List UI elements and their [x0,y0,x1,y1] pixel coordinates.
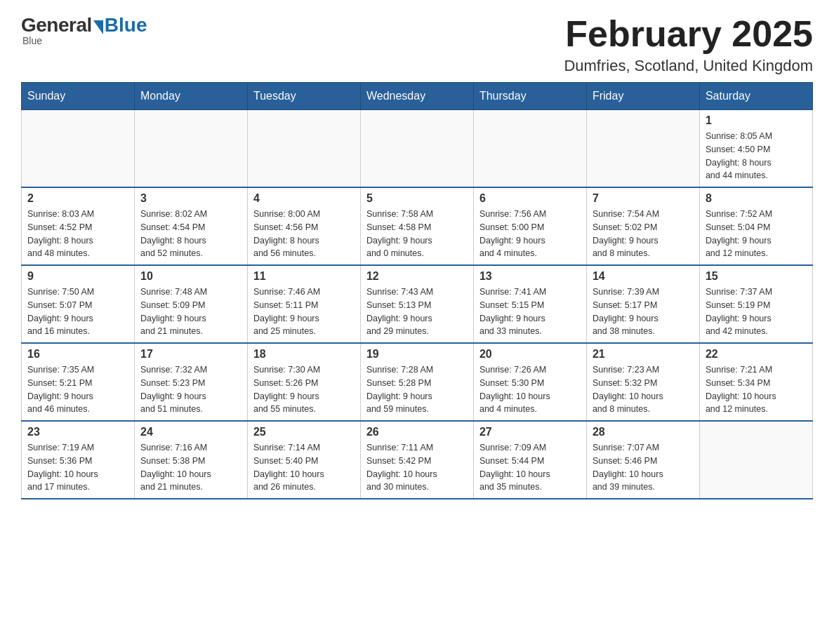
day-number: 3 [140,192,241,205]
calendar-cell: 18Sunrise: 7:30 AMSunset: 5:26 PMDayligh… [247,343,360,421]
day-number: 8 [706,192,807,205]
calendar-cell: 22Sunrise: 7:21 AMSunset: 5:34 PMDayligh… [699,343,812,421]
day-info: Sunrise: 7:19 AMSunset: 5:36 PMDaylight:… [27,441,128,494]
calendar-cell: 4Sunrise: 8:00 AMSunset: 4:56 PMDaylight… [247,187,360,265]
calendar-cell: 10Sunrise: 7:48 AMSunset: 5:09 PMDayligh… [134,265,247,343]
calendar-header: SundayMondayTuesdayWednesdayThursdayFrid… [22,83,813,110]
day-number: 11 [253,270,355,283]
calendar-cell [699,421,812,499]
day-info: Sunrise: 7:37 AMSunset: 5:19 PMDaylight:… [706,286,807,338]
weekday-header-monday: Monday [134,83,247,110]
weekday-header-sunday: Sunday [22,83,135,110]
weekday-header-friday: Friday [586,83,699,110]
day-number: 2 [27,192,128,205]
day-number: 26 [366,426,468,438]
weekday-header-row: SundayMondayTuesdayWednesdayThursdayFrid… [22,83,813,110]
calendar-cell: 21Sunrise: 7:23 AMSunset: 5:32 PMDayligh… [586,343,699,421]
day-number: 24 [140,426,241,438]
week-row-2: 2Sunrise: 8:03 AMSunset: 4:52 PMDaylight… [22,187,813,265]
day-info: Sunrise: 7:16 AMSunset: 5:38 PMDaylight:… [140,441,241,494]
day-number: 19 [366,348,468,361]
page-header: General Blue Blue February 2025 Dumfries… [21,14,813,75]
week-row-5: 23Sunrise: 7:19 AMSunset: 5:36 PMDayligh… [22,421,813,499]
calendar-body: 1Sunrise: 8:05 AMSunset: 4:50 PMDaylight… [22,110,813,499]
calendar-cell: 6Sunrise: 7:56 AMSunset: 5:00 PMDaylight… [473,187,586,265]
calendar-table: SundayMondayTuesdayWednesdayThursdayFrid… [21,82,813,499]
day-info: Sunrise: 7:30 AMSunset: 5:26 PMDaylight:… [253,363,355,416]
day-number: 7 [593,192,694,205]
calendar-cell: 28Sunrise: 7:07 AMSunset: 5:46 PMDayligh… [586,421,699,499]
calendar-cell [22,110,135,188]
calendar-cell: 3Sunrise: 8:02 AMSunset: 4:54 PMDaylight… [134,187,247,265]
day-info: Sunrise: 7:54 AMSunset: 5:02 PMDaylight:… [593,208,694,260]
calendar-cell: 25Sunrise: 7:14 AMSunset: 5:40 PMDayligh… [247,421,360,499]
weekday-header-wednesday: Wednesday [360,83,473,110]
day-info: Sunrise: 7:41 AMSunset: 5:15 PMDaylight:… [479,286,581,338]
calendar-cell: 24Sunrise: 7:16 AMSunset: 5:38 PMDayligh… [134,421,247,499]
logo-blue-text: Blue [105,14,147,36]
day-number: 22 [706,348,807,361]
calendar-cell: 16Sunrise: 7:35 AMSunset: 5:21 PMDayligh… [22,343,135,421]
calendar-cell [247,110,360,188]
calendar-cell: 7Sunrise: 7:54 AMSunset: 5:02 PMDaylight… [586,187,699,265]
day-number: 25 [253,426,355,438]
day-info: Sunrise: 7:26 AMSunset: 5:30 PMDaylight:… [479,363,581,416]
calendar-cell: 5Sunrise: 7:58 AMSunset: 4:58 PMDaylight… [360,187,473,265]
day-info: Sunrise: 7:56 AMSunset: 5:00 PMDaylight:… [479,208,581,260]
day-info: Sunrise: 7:48 AMSunset: 5:09 PMDaylight:… [140,286,241,338]
day-number: 21 [593,348,694,361]
page-subtitle: Dumfries, Scotland, United Kingdom [564,57,813,75]
day-info: Sunrise: 7:28 AMSunset: 5:28 PMDaylight:… [366,363,468,416]
day-info: Sunrise: 7:39 AMSunset: 5:17 PMDaylight:… [593,286,694,338]
calendar-cell: 26Sunrise: 7:11 AMSunset: 5:42 PMDayligh… [360,421,473,499]
day-number: 10 [140,270,241,283]
logo-general-text: General [21,14,92,36]
week-row-1: 1Sunrise: 8:05 AMSunset: 4:50 PMDaylight… [22,110,813,188]
calendar-cell: 19Sunrise: 7:28 AMSunset: 5:28 PMDayligh… [360,343,473,421]
day-info: Sunrise: 8:03 AMSunset: 4:52 PMDaylight:… [27,208,128,260]
day-info: Sunrise: 7:58 AMSunset: 4:58 PMDaylight:… [366,208,468,260]
day-number: 23 [27,426,128,438]
day-info: Sunrise: 8:02 AMSunset: 4:54 PMDaylight:… [140,208,241,260]
day-info: Sunrise: 7:46 AMSunset: 5:11 PMDaylight:… [253,286,355,338]
day-number: 13 [479,270,581,283]
day-number: 28 [593,426,694,438]
calendar-cell: 17Sunrise: 7:32 AMSunset: 5:23 PMDayligh… [134,343,247,421]
day-info: Sunrise: 7:23 AMSunset: 5:32 PMDaylight:… [593,363,694,416]
day-info: Sunrise: 7:52 AMSunset: 5:04 PMDaylight:… [706,208,807,260]
calendar-cell: 15Sunrise: 7:37 AMSunset: 5:19 PMDayligh… [699,265,812,343]
day-number: 5 [366,192,468,205]
day-info: Sunrise: 8:00 AMSunset: 4:56 PMDaylight:… [253,208,355,260]
day-info: Sunrise: 7:11 AMSunset: 5:42 PMDaylight:… [366,441,468,494]
day-info: Sunrise: 7:50 AMSunset: 5:07 PMDaylight:… [27,286,128,338]
title-block: February 2025 Dumfries, Scotland, United… [564,14,813,75]
day-number: 16 [27,348,128,361]
calendar-cell [134,110,247,188]
day-number: 6 [479,192,581,205]
day-number: 18 [253,348,355,361]
logo-subtitle: Blue [22,35,42,46]
calendar-cell: 23Sunrise: 7:19 AMSunset: 5:36 PMDayligh… [22,421,135,499]
calendar-cell [360,110,473,188]
week-row-4: 16Sunrise: 7:35 AMSunset: 5:21 PMDayligh… [22,343,813,421]
logo: General Blue Blue [21,14,147,46]
calendar-cell: 27Sunrise: 7:09 AMSunset: 5:44 PMDayligh… [473,421,586,499]
day-number: 12 [366,270,468,283]
day-number: 9 [27,270,128,283]
day-info: Sunrise: 7:21 AMSunset: 5:34 PMDaylight:… [706,363,807,416]
calendar-cell: 9Sunrise: 7:50 AMSunset: 5:07 PMDaylight… [22,265,135,343]
calendar-cell: 1Sunrise: 8:05 AMSunset: 4:50 PMDaylight… [699,110,812,188]
calendar-cell: 14Sunrise: 7:39 AMSunset: 5:17 PMDayligh… [586,265,699,343]
day-number: 17 [140,348,241,361]
day-number: 15 [706,270,807,283]
calendar-cell: 8Sunrise: 7:52 AMSunset: 5:04 PMDaylight… [699,187,812,265]
day-info: Sunrise: 7:07 AMSunset: 5:46 PMDaylight:… [593,441,694,494]
page-title: February 2025 [564,14,813,54]
logo-arrow-icon [93,20,103,34]
day-info: Sunrise: 7:32 AMSunset: 5:23 PMDaylight:… [140,363,241,416]
calendar-cell: 11Sunrise: 7:46 AMSunset: 5:11 PMDayligh… [247,265,360,343]
calendar-cell [586,110,699,188]
day-number: 1 [706,114,807,127]
day-number: 27 [479,426,581,438]
day-number: 4 [253,192,355,205]
